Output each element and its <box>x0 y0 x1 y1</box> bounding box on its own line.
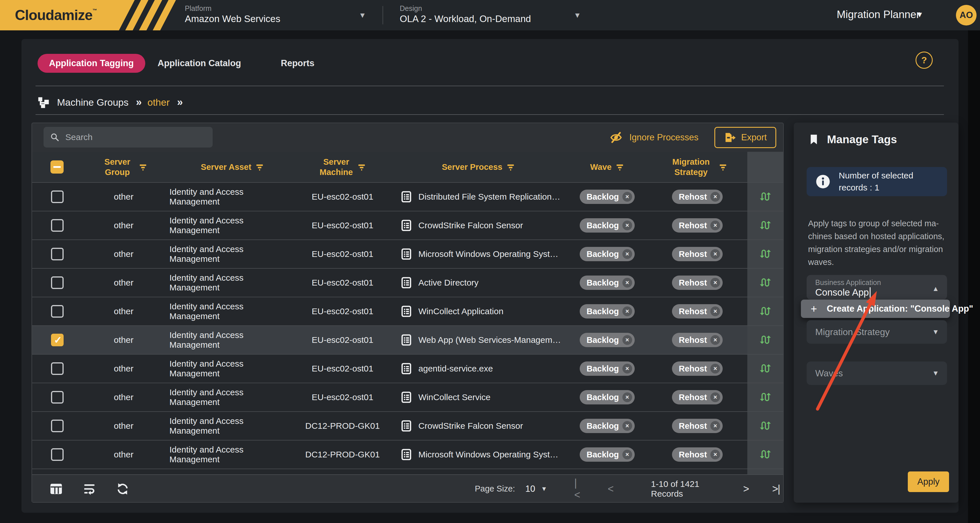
row-checkbox[interactable] <box>51 305 64 318</box>
design-selector[interactable]: Design OLA 2 - Workload, On-Demand <box>400 4 531 25</box>
migration-strategy-caret-icon[interactable]: ▼ <box>932 328 939 336</box>
chip-remove-icon[interactable]: × <box>622 450 632 459</box>
filter-icon[interactable] <box>139 163 147 171</box>
app-menu[interactable]: Migration Planner <box>837 9 920 21</box>
breadcrumb-root[interactable]: Machine Groups <box>57 97 128 108</box>
ignore-processes-button[interactable]: Ignore Processes <box>610 131 698 144</box>
tab-application-catalog[interactable]: Application Catalog <box>158 54 241 73</box>
row-checkbox[interactable] <box>51 448 64 461</box>
chip-remove-icon[interactable]: × <box>622 421 632 431</box>
chip-remove-icon[interactable]: × <box>622 307 632 316</box>
last-page-icon[interactable]: >| <box>769 483 783 495</box>
filter-icon[interactable] <box>357 163 366 171</box>
breadcrumb-separator-icon: » <box>136 96 140 108</box>
page-size-caret-icon[interactable]: ▼ <box>541 485 547 493</box>
table-row: other Identity and Access Management EU-… <box>32 240 783 268</box>
row-checkbox[interactable] <box>51 334 64 346</box>
export-button[interactable]: Export <box>714 127 776 148</box>
design-caret-icon[interactable]: ▼ <box>574 11 581 20</box>
help-button[interactable]: ? <box>916 52 933 69</box>
filter-icon[interactable] <box>255 163 264 171</box>
row-checkbox[interactable] <box>51 391 64 404</box>
dependency-button[interactable] <box>747 326 783 354</box>
wrap-text-icon[interactable] <box>83 482 96 496</box>
dependency-button[interactable] <box>747 354 783 383</box>
select-all-checkbox[interactable] <box>51 161 64 173</box>
chip-remove-icon[interactable]: × <box>622 335 632 345</box>
chip-remove-icon[interactable]: × <box>710 307 720 316</box>
migration-strategy-select[interactable]: Migration Strategy ▼ <box>807 320 947 344</box>
chip-remove-icon[interactable]: × <box>622 249 632 259</box>
previous-page-icon[interactable]: < <box>605 483 617 495</box>
dependency-button[interactable] <box>747 183 783 211</box>
filter-icon[interactable] <box>506 163 515 171</box>
table-row: other Identity and Access Management EU-… <box>32 383 783 411</box>
business-application-caret-icon[interactable]: ▲ <box>932 285 939 293</box>
platform-selector[interactable]: Platform Amazon Web Services <box>185 4 280 25</box>
dependency-button[interactable] <box>747 297 783 325</box>
cell-server-asset: Identity and Access Management <box>169 211 295 240</box>
design-value: OLA 2 - Workload, On-Demand <box>400 13 531 25</box>
chip-remove-icon[interactable]: × <box>710 192 720 202</box>
tab-application-tagging[interactable]: Application Tagging <box>38 54 145 73</box>
chip-remove-icon[interactable]: × <box>710 393 720 402</box>
dependency-button[interactable] <box>747 240 783 268</box>
column-header-wave[interactable]: Wave <box>567 152 648 182</box>
chip-remove-icon[interactable]: × <box>710 421 720 431</box>
chip-remove-icon[interactable]: × <box>622 364 632 374</box>
filter-icon[interactable] <box>719 163 727 171</box>
cell-server-process: Distributed File System Replication (DF… <box>390 183 567 211</box>
dependency-button[interactable] <box>747 383 783 411</box>
business-application-value[interactable]: Console App <box>815 286 869 299</box>
dependency-button[interactable] <box>747 269 783 297</box>
dependency-button[interactable] <box>747 440 783 469</box>
search-box[interactable] <box>43 127 213 148</box>
column-settings-icon[interactable] <box>49 482 63 496</box>
create-application-option[interactable]: + Create Application: "Console App" <box>801 300 950 318</box>
breadcrumb-current[interactable]: other <box>148 97 170 108</box>
chip-remove-icon[interactable]: × <box>710 450 720 459</box>
bookmark-icon <box>808 133 819 146</box>
page-size-value[interactable]: 10 <box>525 484 535 494</box>
next-page-icon[interactable]: > <box>740 483 752 495</box>
dependency-button[interactable] <box>747 412 783 440</box>
chip-remove-icon[interactable]: × <box>622 278 632 288</box>
row-checkbox[interactable] <box>51 362 64 375</box>
row-checkbox[interactable] <box>51 191 64 203</box>
column-header-server-process[interactable]: Server Process <box>390 152 567 182</box>
chip-remove-icon[interactable]: × <box>710 364 720 374</box>
column-header-migration-strategy[interactable]: Migration Strategy <box>648 152 747 182</box>
logo[interactable]: Cloudamize™ <box>15 7 97 24</box>
app-menu-caret-icon[interactable]: ▼ <box>916 10 924 19</box>
column-header-server-machine[interactable]: Server Machine <box>296 152 390 182</box>
filter-icon[interactable] <box>616 163 624 171</box>
scrollbar-track[interactable] <box>968 30 980 523</box>
column-header-server-asset[interactable]: Server Asset <box>169 152 295 182</box>
row-checkbox[interactable] <box>51 420 64 432</box>
chip-remove-icon[interactable]: × <box>710 335 720 345</box>
wave-chip: Backlog× <box>580 218 635 232</box>
page-size-control[interactable]: Page Size: 10 ▼ <box>475 475 547 503</box>
chip-remove-icon[interactable]: × <box>710 221 720 230</box>
avatar[interactable]: AO <box>956 5 977 25</box>
table-row: other Identity and Access Management DC1… <box>32 440 783 469</box>
waves-select[interactable]: Waves ▼ <box>807 361 947 385</box>
row-checkbox[interactable] <box>51 277 64 289</box>
dependency-button[interactable] <box>747 211 783 240</box>
search-input[interactable] <box>65 132 206 142</box>
chip-remove-icon[interactable]: × <box>710 249 720 259</box>
row-checkbox[interactable] <box>51 219 64 232</box>
column-header-server-group[interactable]: Server Group <box>78 152 170 182</box>
chip-remove-icon[interactable]: × <box>622 393 632 402</box>
chip-remove-icon[interactable]: × <box>710 278 720 288</box>
refresh-icon[interactable] <box>116 482 129 496</box>
chip-remove-icon[interactable]: × <box>622 192 632 202</box>
row-checkbox[interactable] <box>51 248 64 260</box>
first-page-icon[interactable]: |< <box>571 477 584 501</box>
business-application-input[interactable]: Business Application Console App ▲ <box>807 275 947 300</box>
chip-remove-icon[interactable]: × <box>622 221 632 230</box>
tab-reports[interactable]: Reports <box>281 54 314 73</box>
platform-caret-icon[interactable]: ▼ <box>359 11 366 20</box>
apply-button[interactable]: Apply <box>908 471 949 492</box>
waves-caret-icon[interactable]: ▼ <box>932 369 939 377</box>
